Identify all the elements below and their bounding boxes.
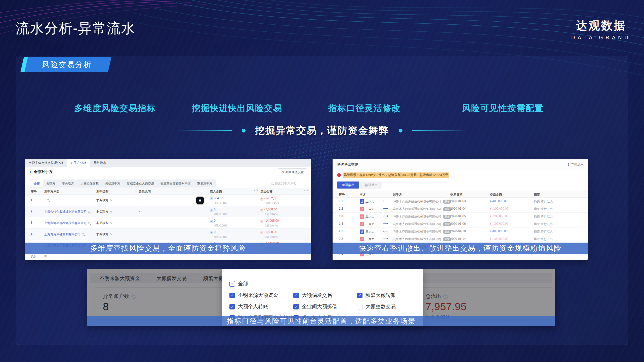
- option-unknown-source-funds[interactable]: 不明来源大额资金: [229, 292, 278, 299]
- option-inter-company-lending[interactable]: 企业间大额拆借: [293, 303, 337, 310]
- section-badge: 风险交易分析: [24, 57, 110, 72]
- filter-duplicate[interactable]: 重复对手方: [194, 180, 216, 187]
- filter-all[interactable]: 全部: [30, 180, 43, 187]
- mode-scatter-in-whole-out-button[interactable]: 散进整出: [360, 182, 382, 189]
- edit-icon[interactable]: ✎: [110, 199, 112, 202]
- filter-dishonest[interactable]: 失信对手方: [102, 180, 124, 187]
- cursor-badge-H: H: [196, 197, 204, 204]
- filter-large-guarantee[interactable]: 大额担保交易: [77, 180, 102, 187]
- shareholder-tag: 股东: [443, 215, 451, 219]
- export-flow-button[interactable]: ↧ 导出流水: [567, 162, 584, 167]
- mode-whole-in-scatter-out-button[interactable]: 整进散出: [337, 182, 359, 189]
- checkbox-icon[interactable]: [357, 293, 363, 298]
- counterparty-search-input[interactable]: 搜索对手方户名: [269, 180, 307, 187]
- flow-arrow-icon: ⟶: [380, 221, 391, 225]
- checkbox-icon[interactable]: [293, 293, 299, 298]
- download-icon: ↧: [567, 163, 570, 166]
- col-outflow: 流出金额: [260, 190, 272, 194]
- option-large-round-number[interactable]: 大额整数交易: [357, 303, 396, 310]
- feature-label-1: 多维度风险交易指标: [74, 103, 156, 114]
- filter-high-overlap[interactable]: 收支重合度较高对手方: [157, 180, 194, 187]
- shareholder-tag: 股东: [443, 237, 451, 241]
- cell-name: 上海余特包装机械制造有限公司: [44, 210, 90, 214]
- tab-loan-subject-overview[interactable]: 申贷主体与流水总况分析: [25, 159, 67, 167]
- cell-outflow: ¥-14,065.00 2笔 0.04%: [260, 219, 279, 228]
- filter-unrelated[interactable]: 非关联方: [59, 180, 77, 187]
- table-row[interactable]: 1.3 出王大力 ⟶ 乌鲁木齐西豫盛通机械设备有限公司股东 2020-01-05…: [333, 213, 588, 220]
- sort-inflow-icon[interactable]: ▲▼: [253, 190, 259, 191]
- flow-arrow-icon: ⟵: [380, 229, 391, 233]
- filter-new-company-large[interactable]: 新成立企业大额交易: [124, 180, 157, 187]
- outflow-icon: ¥: [260, 198, 263, 201]
- option-large-personal-transfer[interactable]: 大额个人转账: [229, 303, 268, 310]
- outflow-icon: ¥: [260, 231, 263, 234]
- shareholder-tag: 股东: [443, 200, 451, 204]
- table-row[interactable]: 1 - 非关联方 ✎ - ¥384.62 4笔 0.00% ¥-14.52万 5…: [25, 195, 311, 206]
- col-date: 交易日期: [450, 193, 462, 197]
- counterparty-table-header: 序号 对手方户名 对手类型 关系说明 流入金额 流出金额 ▲▼ ▲▼: [25, 188, 311, 195]
- table-row[interactable]: 3 上海华测品标检测技术有限公司 非关联方✎ - ¥0 0笔 0.00% ¥-1…: [25, 217, 311, 229]
- checkbox-icon[interactable]: [357, 304, 363, 309]
- chevron-right-icon[interactable]: [30, 171, 32, 173]
- flow-arrow-icon: ⟵: [380, 199, 391, 203]
- table-row[interactable]: 1.1 进王大力 ⟵ 乌鲁木齐西豫盛通机械设备有限公司股东 2020-01-03…: [333, 198, 588, 205]
- slide: 流水分析-异常流水 达观数据 DATA GRAND 风险交易分析 多维度风险交易…: [0, 0, 644, 362]
- cell-inflow: ¥0 0笔 0.00%: [210, 219, 227, 228]
- cell-no: 3: [31, 221, 32, 224]
- col-type: 对手类型: [96, 190, 108, 194]
- direction-out-badge: 出: [360, 222, 364, 226]
- lookup-icon[interactable]: [82, 233, 84, 236]
- edit-icon[interactable]: ✎: [110, 233, 112, 236]
- table-row[interactable]: 1.4 出王大力 ⟶ 乌鲁木齐西豫盛通机械设备有限公司股东 2020-01-06…: [333, 220, 588, 228]
- sort-outflow-icon[interactable]: ▲▼: [303, 190, 309, 191]
- option-frequent-large-transfer[interactable]: 频繁大额转账: [357, 292, 396, 299]
- outflow-icon: ¥: [260, 209, 263, 212]
- threshold-settings-button[interactable]: ⚙ 判断阈值设置: [278, 168, 307, 176]
- tab-counterparty-analysis[interactable]: 对手方分析: [67, 159, 90, 167]
- direction-out-badge: 出: [360, 214, 364, 219]
- brand-logo: 达观数据 DATA GRAND: [571, 18, 631, 40]
- outflow-icon: ¥: [260, 220, 263, 223]
- flow-arrow-icon: ⟶: [380, 214, 391, 218]
- filter-related[interactable]: 关联方: [43, 180, 59, 187]
- cell-outflow: ¥-7,000.00 1笔 0.02%: [260, 208, 278, 216]
- page-title: 流水分析-异常流水: [16, 19, 135, 38]
- option-large-occasional[interactable]: 大额偶发交易: [293, 292, 332, 299]
- option-all[interactable]: 全部: [229, 280, 248, 287]
- checkbox-icon[interactable]: [229, 293, 235, 298]
- table-row[interactable]: 2.1 进王大力 ⟵ 乌鲁木齐西豫盛通机械设备有限公司股东 2020-01-10…: [333, 228, 588, 235]
- tab-abnormal-flow[interactable]: 异常流水: [90, 159, 110, 167]
- edit-icon[interactable]: ✎: [110, 210, 112, 213]
- direction-in-badge: 进: [360, 230, 364, 234]
- cell-relation: -: [139, 198, 140, 202]
- lookup-icon[interactable]: [88, 222, 90, 224]
- inflow-icon: ¥: [210, 209, 213, 212]
- indicator-config-screenshot: 不明来源大额资金 大额偶发交易 频繁大额转账 大额 异常账户数 ? 8 总流出 …: [87, 269, 555, 326]
- cell-type: 非关联方 ✎: [96, 198, 112, 203]
- cell-inflow: ¥0 0笔 0.00%: [210, 230, 227, 239]
- col-inflow: 流入金额: [210, 190, 222, 194]
- headline-row: 挖掘异常交易，谨防资金舞弊: [0, 124, 644, 137]
- cell-name: 上海奇克氟硅材料有限公司: [44, 232, 84, 237]
- gear-icon: ⚙: [281, 170, 284, 174]
- checkbox-icon[interactable]: [293, 304, 299, 309]
- fast-inout-screenshot: 快进快出交易 ↧ 导出流水 ! 风险提示：存在13笔快进快出，总流入额834.2…: [333, 159, 588, 260]
- checkbox-indeterminate-icon[interactable]: [229, 281, 235, 287]
- lookup-icon[interactable]: [88, 211, 90, 213]
- cell-outflow: ¥-1,800.00 1笔 0.01%: [260, 230, 278, 239]
- table-row[interactable]: 4 上海奇克氟硅材料有限公司 非关联方✎ - ¥0 0笔 0.00% ¥-1,8…: [25, 229, 311, 240]
- edit-icon[interactable]: ✎: [110, 221, 112, 225]
- table-row[interactable]: 1.2 出王大力 ⟶ 乌鲁木齐西豫盛通机械设备有限公司股东 2020-01-04…: [333, 205, 588, 213]
- section-all-counterparties: 全部对手方: [30, 169, 53, 174]
- col-relation: 关系说明: [139, 190, 151, 194]
- lookup-icon[interactable]: [47, 199, 49, 201]
- section-badge-label: 风险交易分析: [24, 57, 110, 72]
- table-row[interactable]: 2 上海余特包装机械制造有限公司 非关联方✎ - ¥0 0笔 0.00% ¥-7…: [25, 206, 311, 217]
- table-row[interactable]: 2.2 出王大力 ⟶ 乌鲁木齐西豫盛通机械设备有限公司股东 2020-01-14…: [333, 235, 588, 243]
- headline-dot-right: [399, 129, 403, 132]
- feature-label-4: 风险可见性按需配置: [462, 103, 544, 114]
- checkbox-icon[interactable]: [229, 304, 235, 309]
- col-party: 本方: [360, 193, 366, 197]
- flow-arrow-icon: ⟶: [380, 237, 391, 241]
- headline-dot-left: [242, 129, 246, 132]
